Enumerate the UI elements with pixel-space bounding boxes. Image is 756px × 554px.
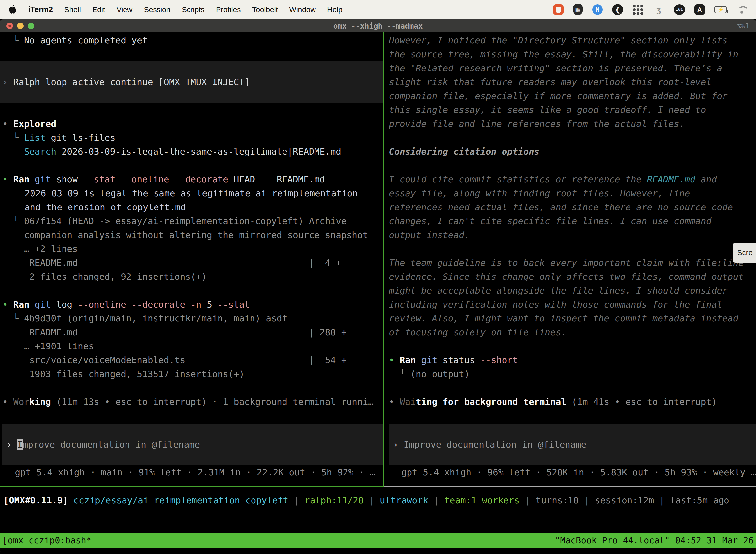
- window-title: omx --xhigh --madmax: [0, 21, 756, 30]
- terminal-line: src/voice/voiceModeEnabled.ts | 54 +: [2, 353, 383, 367]
- left-session-status: gpt-5.4 xhigh · main · 91% left · 2.31M …: [2, 465, 383, 479]
- right-pane-output: However, I noticed the "Directory Struct…: [389, 34, 756, 409]
- terminal-line: the source tree, missing the essay. Stil…: [389, 47, 756, 61]
- terminal-line: [2, 381, 383, 395]
- wifi-icon[interactable]: [736, 5, 748, 15]
- terminal-line: … +1901 lines: [2, 339, 383, 353]
- terminal-line: [389, 242, 756, 256]
- terminal-line: [2, 159, 383, 172]
- menu-item-view[interactable]: View: [117, 5, 132, 14]
- terminal-line: [2, 61, 383, 75]
- terminal-line: └ 4b9d30f (origin/main, instructkr/main,…: [2, 312, 383, 325]
- terminal-line: • Ran git show --stat --oneline --decora…: [2, 172, 383, 186]
- terminal-line: • Working (11m 13s • esc to interrupt) ·…: [2, 395, 383, 409]
- tmux-session-label: [omx-cczip0:bash*: [2, 534, 91, 548]
- terminal-line: [2, 284, 383, 297]
- terminal-line: companion file, especially if more comme…: [389, 89, 756, 103]
- terminal-line: provide file and line references from th…: [389, 117, 756, 131]
- terminal-line: companion analysis without altering the …: [2, 228, 383, 242]
- terminal-line: [2, 89, 383, 103]
- chat-app-icon[interactable]: [553, 4, 564, 15]
- terminal-line: › Improve documentation in @filename: [393, 438, 756, 451]
- terminal-line: • Ran git status --short: [389, 353, 756, 367]
- terminal-line: 2 files changed, 92 insertions(+): [2, 270, 383, 284]
- left-pane-output: └ No agents completed yet› Ralph loop ac…: [2, 34, 383, 409]
- terminal-line: [389, 339, 756, 353]
- terminal-line: README.md | 280 +: [2, 325, 383, 339]
- menu-item-toolbelt[interactable]: Toolbelt: [252, 5, 278, 14]
- terminal-line: I could cite commit statistics or refere…: [389, 172, 756, 186]
- menu-item-help[interactable]: Help: [327, 5, 342, 14]
- terminal-line: Search 2026-03-09-is-legal-the-same-as-l…: [2, 145, 383, 159]
- terminal-line: └ 067f154 (HEAD -> essay/ai-reimplementa…: [2, 214, 383, 228]
- terminal-line: └ (no output): [389, 367, 756, 381]
- terminal-line: this single essay, it seems like a good …: [389, 103, 756, 117]
- terminal-line: [389, 131, 756, 145]
- window-shortcut-badge: ⌥⌘1: [737, 22, 750, 30]
- terminal-line: However, I noticed the "Directory Struct…: [389, 34, 756, 47]
- iterm-window: omx --xhigh --madmax ⌥⌘1 └ No agents com…: [0, 19, 756, 552]
- right-prompt-input[interactable]: › Improve documentation in @filename: [389, 424, 756, 465]
- terminal-line: evidence. Since this change only affects…: [389, 270, 756, 284]
- terminal-line: and-the-erosion-of-copyleft.md: [16, 200, 383, 214]
- menu-item-edit[interactable]: Edit: [92, 5, 105, 14]
- terminal-line: [OMX#0.11.9] cczip/essay/ai-reimplementa…: [3, 493, 756, 507]
- menu-app-name[interactable]: iTerm2: [28, 5, 53, 14]
- terminal-line: review. Also, I might want to inspect th…: [389, 312, 756, 325]
- terminal-line: essay file, along with finding root file…: [389, 186, 756, 200]
- terminal-line: … +2 lines: [2, 242, 383, 256]
- right-session-status: gpt-5.4 xhigh · 96% left · 520K in · 5.8…: [389, 465, 756, 479]
- right-terminal-pane[interactable]: However, I noticed the "Directory Struct…: [384, 32, 756, 486]
- menu-item-shell[interactable]: Shell: [64, 5, 81, 14]
- apple-menu-icon[interactable]: [8, 5, 17, 15]
- terminal-line: • Ran git log --oneline --decorate -n 5 …: [2, 297, 383, 312]
- menu-item-scripts[interactable]: Scripts: [182, 5, 205, 14]
- terminal-line: › Ralph loop active continue [OMX_TMUX_I…: [2, 75, 383, 89]
- terminal-line: gpt-5.4 xhigh · 96% left · 520K in · 5.8…: [401, 465, 756, 479]
- terminal-line: Considering citation options: [389, 145, 756, 159]
- terminal-line: of focusing solely on file lines.: [389, 325, 756, 339]
- omx-status-bar: [OMX#0.11.9] cczip/essay/ai-reimplementa…: [0, 487, 756, 534]
- terminal-line: • Waiting for background terminal (1m 41…: [389, 395, 756, 409]
- kaleidoscope-app-icon[interactable]: ❮: [612, 4, 623, 15]
- terminal-line: [389, 381, 756, 395]
- terminal-line: 1903 files changed, 513517 insertions(+): [2, 367, 383, 381]
- menu-item-session[interactable]: Session: [144, 5, 170, 14]
- terminal-line: README.md | 4 +: [2, 256, 383, 270]
- terminal-line: › Improve documentation in @filename: [6, 438, 383, 451]
- terminal-line: └ No agents completed yet: [2, 34, 383, 47]
- dots-grid-icon[interactable]: [632, 4, 643, 15]
- title-bar[interactable]: omx --xhigh --madmax ⌥⌘1: [0, 19, 756, 32]
- menu-item-window[interactable]: Window: [289, 5, 316, 14]
- shield-app-icon[interactable]: ▦: [573, 4, 583, 15]
- terminal-line: The team guideline is to back every impo…: [389, 256, 756, 270]
- left-terminal-pane[interactable]: └ No agents completed yet› Ralph loop ac…: [0, 32, 383, 486]
- terminal-line: including verification notes with those …: [389, 297, 756, 312]
- battery-percent-icon[interactable]: ..61: [674, 4, 685, 15]
- terminal-line: might be acceptable alongside the file l…: [389, 284, 756, 297]
- terminal-line: gpt-5.4 xhigh · main · 91% left · 2.31M …: [15, 465, 383, 479]
- left-prompt-input[interactable]: › Improve documentation in @filename: [2, 424, 383, 465]
- terminal-line: the "Related research writing" section i…: [389, 61, 756, 75]
- terminal-line: 2026-03-09-is-legal-the-same-as-legitima…: [16, 186, 383, 200]
- terminal-line: [389, 159, 756, 172]
- terminal-line: slight risk that future readers may over…: [389, 75, 756, 89]
- terminal-line: └ List git ls-files: [2, 131, 383, 145]
- compass-app-icon[interactable]: N: [592, 4, 603, 15]
- terminal-area: └ No agents completed yet› Ralph loop ac…: [0, 32, 756, 486]
- terminal-line: [2, 103, 383, 117]
- battery-charging-icon[interactable]: ⚡: [714, 6, 727, 13]
- terminal-line: changes, I can't cite specific file line…: [389, 214, 756, 228]
- menu-item-profiles[interactable]: Profiles: [216, 5, 241, 14]
- pane-bottom-border: [0, 486, 756, 487]
- terminal-line: [2, 47, 383, 61]
- terminal-line: output instead.: [389, 228, 756, 242]
- terminal-line: references need actual files, and since …: [389, 200, 756, 214]
- screen-tooltip: Scre: [733, 243, 756, 263]
- tmux-status-bar: [omx-cczip0:bash* "MacBook-Pro-44.local"…: [0, 534, 756, 548]
- terminal-line: • Explored: [2, 117, 383, 131]
- a-app-icon[interactable]: A: [694, 4, 705, 15]
- menu-bar: iTerm2 ShellEditViewSessionScriptsProfil…: [0, 0, 756, 19]
- tmux-host-clock: "MacBook-Pro-44.local" 04:52 31-Mar-26: [555, 534, 754, 548]
- hook-app-icon[interactable]: ʒ: [653, 4, 664, 15]
